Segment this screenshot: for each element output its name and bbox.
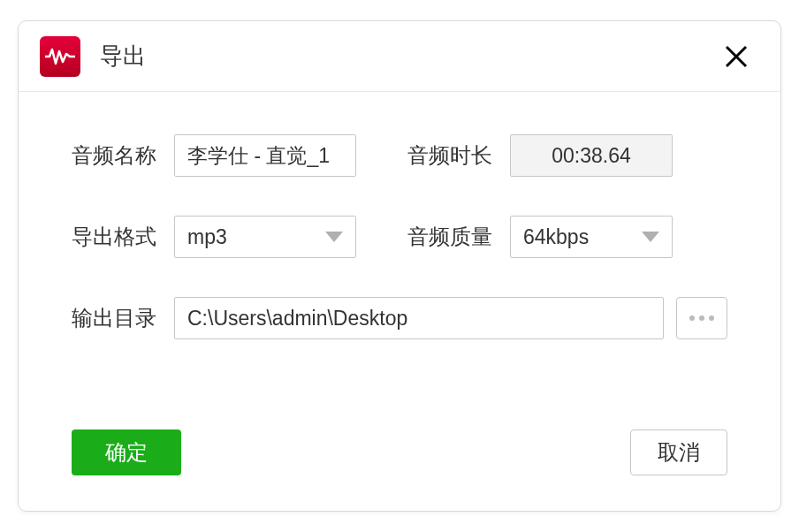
output-dir-input[interactable] (174, 297, 664, 339)
export-dialog: 导出 音频名称 音频时长 00:38.64 导出格式 mp3 音频质量 64kb… (18, 20, 781, 512)
export-format-label: 导出格式 (72, 223, 174, 251)
dialog-footer: 确定 取消 (19, 429, 780, 511)
audio-duration-value: 00:38.64 (510, 134, 673, 177)
titlebar: 导出 (19, 21, 780, 92)
waveform-icon (45, 47, 75, 66)
audio-name-input[interactable] (174, 134, 356, 177)
app-icon (40, 36, 80, 77)
ellipsis-icon (709, 315, 714, 321)
ok-button[interactable]: 确定 (72, 429, 181, 475)
row-format-quality: 导出格式 mp3 音频质量 64kbps (72, 216, 727, 258)
row-output-dir: 输出目录 (72, 297, 727, 339)
browse-button[interactable] (676, 297, 727, 339)
row-name-duration: 音频名称 音频时长 00:38.64 (72, 134, 727, 177)
chevron-down-icon (642, 232, 659, 242)
cancel-button[interactable]: 取消 (630, 429, 727, 475)
close-icon (724, 44, 749, 69)
dialog-title: 导出 (100, 41, 717, 72)
ellipsis-icon (699, 315, 704, 321)
audio-name-label: 音频名称 (72, 141, 174, 170)
audio-quality-label: 音频质量 (407, 223, 510, 251)
audio-quality-select[interactable]: 64kbps (510, 216, 673, 258)
ellipsis-icon (689, 315, 695, 321)
audio-quality-value: 64kbps (523, 225, 635, 249)
export-format-select[interactable]: mp3 (174, 216, 356, 258)
close-button[interactable] (717, 35, 756, 78)
export-format-value: mp3 (187, 225, 318, 249)
dialog-body: 音频名称 音频时长 00:38.64 导出格式 mp3 音频质量 64kbps … (19, 92, 780, 412)
output-dir-label: 输出目录 (72, 304, 174, 332)
chevron-down-icon (325, 232, 343, 242)
audio-duration-label: 音频时长 (407, 141, 510, 170)
